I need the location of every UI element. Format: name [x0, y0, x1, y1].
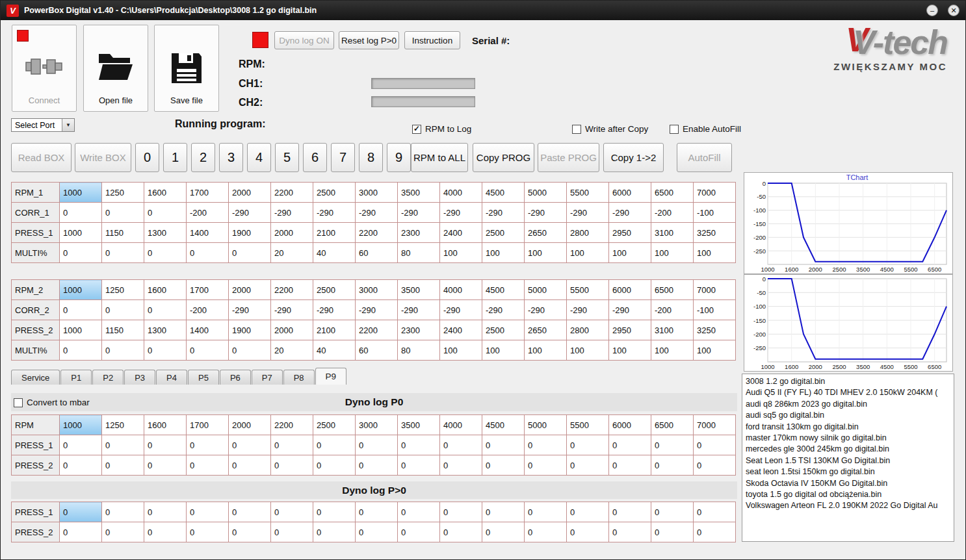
- grid-cell[interactable]: 2500: [482, 223, 525, 243]
- file-item[interactable]: 3008 1.2 go digital.bin: [746, 376, 950, 387]
- convert-to-mbar-checkbox[interactable]: Convert to mbar: [14, 398, 90, 407]
- grid-cell[interactable]: 2800: [567, 320, 609, 340]
- grid-cell[interactable]: 1000: [60, 320, 102, 340]
- grid-cell[interactable]: -290: [229, 300, 271, 320]
- grid-cell[interactable]: 100: [609, 340, 651, 361]
- grid-cell[interactable]: 2200: [271, 415, 313, 435]
- grid-cell[interactable]: 0: [60, 435, 102, 455]
- file-item[interactable]: Seat Leon 1.5 TSI 130KM Go Digital.bin: [746, 455, 950, 466]
- grid-cell[interactable]: 0: [694, 522, 736, 542]
- grid-cell[interactable]: 5500: [567, 183, 609, 203]
- grid-cell[interactable]: 2100: [313, 320, 356, 340]
- grid-cell[interactable]: 4500: [482, 415, 525, 435]
- grid-cell[interactable]: 40: [313, 243, 356, 263]
- grid-cell[interactable]: 0: [525, 435, 567, 455]
- grid-cell[interactable]: 100: [525, 340, 567, 361]
- grid-cell[interactable]: 0: [525, 502, 567, 522]
- grid-cell[interactable]: 0: [60, 243, 102, 263]
- grid-cell[interactable]: 2650: [525, 223, 567, 243]
- tab-service[interactable]: Service: [11, 370, 60, 385]
- grid-cell[interactable]: 0: [60, 203, 102, 223]
- grid-cell[interactable]: 7000: [694, 280, 736, 300]
- grid-cell[interactable]: 0: [694, 502, 736, 522]
- grid-cell[interactable]: 1150: [102, 223, 144, 243]
- grid-cell[interactable]: 0: [440, 522, 482, 542]
- grid-cell[interactable]: -290: [567, 203, 609, 223]
- file-item[interactable]: audi sq5 go digital.bin: [746, 410, 950, 421]
- grid-cell[interactable]: 0: [356, 455, 398, 476]
- paste-prog-button[interactable]: Paste PROG: [538, 143, 599, 172]
- grid-cell[interactable]: 0: [356, 502, 398, 522]
- grid-cell[interactable]: 7000: [694, 183, 736, 203]
- tab-p3[interactable]: P3: [124, 370, 155, 385]
- grid-cell[interactable]: 2500: [313, 183, 356, 203]
- digit-4-button[interactable]: 4: [247, 143, 271, 172]
- grid-cell[interactable]: 0: [229, 243, 271, 263]
- tab-p7[interactable]: P7: [252, 370, 283, 385]
- grid-cell[interactable]: 1250: [102, 415, 144, 435]
- grid-cell[interactable]: 0: [187, 455, 229, 476]
- grid-cell[interactable]: 0: [144, 340, 187, 361]
- grid-cell[interactable]: 0: [144, 435, 187, 455]
- grid-cell[interactable]: 2300: [398, 223, 440, 243]
- reset-log-button[interactable]: Reset log P>0: [339, 31, 399, 49]
- grid-cell[interactable]: 7000: [694, 415, 736, 435]
- grid-cell[interactable]: 0: [102, 340, 144, 361]
- grid-cell[interactable]: 3500: [398, 415, 440, 435]
- grid-cell[interactable]: 0: [356, 522, 398, 542]
- grid-cell[interactable]: 0: [313, 455, 356, 476]
- minimize-button[interactable]: –: [926, 5, 938, 16]
- grid-cell[interactable]: 4000: [440, 280, 482, 300]
- open-file-button[interactable]: Open file: [83, 25, 148, 112]
- grid-cell[interactable]: 0: [567, 455, 609, 476]
- grid-cell[interactable]: 0: [694, 435, 736, 455]
- grid-cell[interactable]: 0: [609, 522, 651, 542]
- grid-cell[interactable]: 100: [609, 243, 651, 263]
- grid-cell[interactable]: 0: [60, 300, 102, 320]
- grid-cell[interactable]: 1400: [187, 320, 229, 340]
- grid-cell[interactable]: 3100: [651, 320, 694, 340]
- file-item[interactable]: toyota 1.5 go digital od obciążenia.bin: [746, 489, 950, 500]
- tab-p1[interactable]: P1: [60, 370, 92, 385]
- grid-cell[interactable]: 0: [609, 455, 651, 476]
- grid-cell[interactable]: 6500: [651, 415, 694, 435]
- grid-cell[interactable]: 0: [271, 502, 313, 522]
- tab-p4[interactable]: P4: [156, 370, 187, 385]
- grid-cell[interactable]: 0: [144, 243, 187, 263]
- grid-cell[interactable]: 0: [187, 502, 229, 522]
- grid-cell[interactable]: -290: [482, 300, 525, 320]
- grid-cell[interactable]: 0: [144, 455, 187, 476]
- grid-cell[interactable]: 0: [398, 522, 440, 542]
- file-item[interactable]: ford transit 130km go digital.bin: [746, 422, 950, 433]
- file-item[interactable]: Volkswagen Arteon FL 2.0 190KM 2022 Go D…: [746, 500, 950, 511]
- grid-cell[interactable]: 2000: [229, 280, 271, 300]
- grid-cell[interactable]: 100: [482, 340, 525, 361]
- grid-cell[interactable]: 0: [271, 522, 313, 542]
- grid-cell[interactable]: 4500: [482, 183, 525, 203]
- grid-cell[interactable]: 2500: [313, 415, 356, 435]
- grid-cell[interactable]: 0: [651, 522, 694, 542]
- grid-cell[interactable]: -290: [525, 300, 567, 320]
- grid-cell[interactable]: 0: [102, 522, 144, 542]
- grid-cell[interactable]: 20: [271, 340, 313, 361]
- grid-cell[interactable]: 100: [694, 243, 736, 263]
- grid-cell[interactable]: 60: [356, 243, 398, 263]
- grid-cell[interactable]: 1600: [144, 280, 187, 300]
- grid-cell[interactable]: 0: [440, 502, 482, 522]
- tab-p6[interactable]: P6: [220, 370, 251, 385]
- grid-cell[interactable]: 0: [313, 435, 356, 455]
- grid-cell[interactable]: 6500: [651, 183, 694, 203]
- grid-cell[interactable]: 2000: [271, 223, 313, 243]
- digit-3-button[interactable]: 3: [219, 143, 243, 172]
- grid-cell[interactable]: 0: [187, 243, 229, 263]
- grid-cell[interactable]: 1700: [187, 280, 229, 300]
- grid-cell[interactable]: 1300: [144, 223, 187, 243]
- grid-cell[interactable]: 3250: [694, 223, 736, 243]
- grid-cell[interactable]: 2000: [271, 320, 313, 340]
- grid-cell[interactable]: 40: [313, 340, 356, 361]
- grid-cell[interactable]: -200: [651, 300, 694, 320]
- grid-cell[interactable]: 100: [482, 243, 525, 263]
- grid-cell[interactable]: 0: [525, 522, 567, 542]
- grid-cell[interactable]: 0: [60, 340, 102, 361]
- digit-0-button[interactable]: 0: [135, 143, 159, 172]
